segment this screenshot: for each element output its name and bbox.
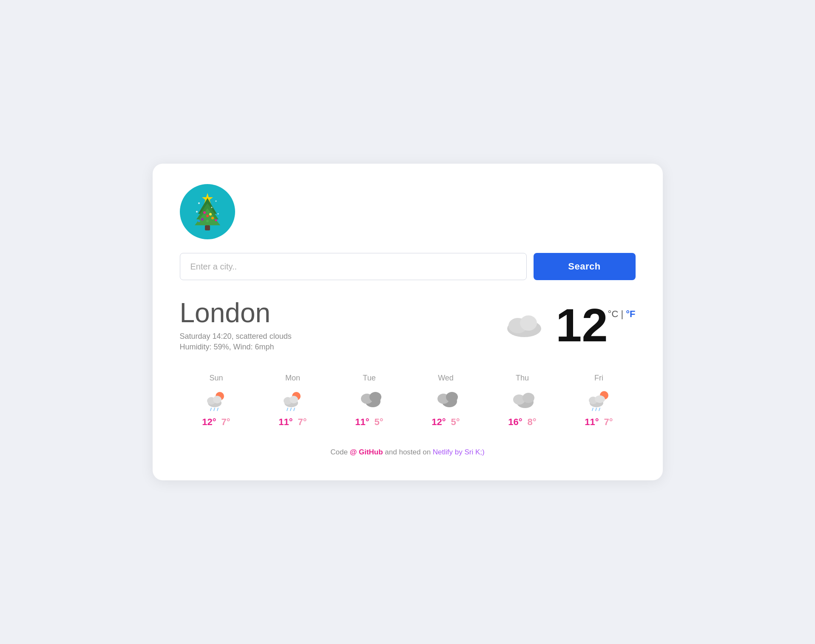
- forecast-day-sun: Sun 12° 7°: [180, 374, 253, 428]
- day-icon-wed: [433, 388, 459, 411]
- day-temps-wed: 12° 5°: [432, 417, 460, 428]
- forecast-row: Sun 12° 7°: [180, 374, 636, 428]
- weather-details: Humidity: 59%, Wind: 6mph: [180, 343, 292, 352]
- svg-point-17: [215, 219, 217, 221]
- forecast-day-mon: Mon 11° 7°: [256, 374, 329, 428]
- temp-high-tue: 11°: [355, 417, 369, 428]
- svg-line-49: [596, 408, 596, 411]
- temp-low-sun: 7°: [221, 417, 230, 428]
- temperature-display: 12 °C | °F: [556, 302, 635, 349]
- svg-point-8: [196, 211, 198, 213]
- netlify-link[interactable]: Netlify by Sri K;): [433, 448, 485, 456]
- day-label-thu: Thu: [516, 374, 529, 383]
- svg-point-11: [209, 213, 212, 216]
- temp-low-thu: 8°: [528, 417, 537, 428]
- current-weather-right: 12 °C | °F: [503, 302, 635, 349]
- svg-point-31: [290, 396, 298, 403]
- temp-high-thu: 16°: [508, 417, 522, 428]
- day-label-mon: Mon: [285, 374, 300, 383]
- svg-point-13: [201, 218, 204, 221]
- svg-point-24: [213, 396, 221, 403]
- svg-point-40: [446, 392, 458, 402]
- svg-point-43: [523, 393, 534, 403]
- temperature-value: 12: [556, 302, 608, 349]
- svg-point-16: [198, 220, 200, 222]
- day-icon-sun: [204, 388, 228, 411]
- svg-point-7: [211, 207, 212, 208]
- forecast-day-wed: Wed 12° 5°: [409, 374, 483, 428]
- day-temps-fri: 11° 7°: [585, 417, 613, 428]
- svg-point-9: [217, 213, 219, 215]
- svg-line-27: [217, 408, 218, 411]
- search-button[interactable]: Search: [534, 253, 636, 280]
- temp-high-fri: 11°: [585, 417, 599, 428]
- current-weather: London Saturday 14:20, scattered clouds …: [180, 297, 636, 353]
- svg-rect-4: [205, 225, 210, 230]
- svg-point-37: [369, 392, 381, 402]
- svg-point-14: [211, 217, 214, 219]
- svg-point-20: [520, 315, 537, 331]
- fahrenheit-unit[interactable]: °F: [626, 309, 635, 319]
- svg-line-50: [599, 408, 600, 411]
- svg-line-26: [214, 408, 215, 411]
- temperature-units: °C | °F: [608, 309, 636, 320]
- svg-point-10: [203, 211, 206, 214]
- temp-low-fri: 7°: [604, 417, 613, 428]
- temp-low-tue: 5°: [375, 417, 383, 428]
- temp-low-wed: 5°: [451, 417, 460, 428]
- cloud-icon: [503, 309, 545, 341]
- current-weather-left: London Saturday 14:20, scattered clouds …: [180, 297, 292, 353]
- city-name: London: [180, 297, 292, 329]
- temp-high-mon: 11°: [278, 417, 292, 428]
- day-temps-mon: 11° 7°: [278, 417, 307, 428]
- forecast-day-tue: Tue 11° 5°: [333, 374, 406, 428]
- footer-middle: and hosted on: [385, 448, 432, 456]
- temp-high-wed: 12°: [432, 417, 446, 428]
- svg-line-32: [287, 408, 288, 411]
- forecast-day-thu: Thu 16° 8°: [486, 374, 559, 428]
- svg-point-6: [215, 201, 216, 202]
- app-logo: [180, 184, 235, 239]
- svg-point-15: [206, 220, 209, 222]
- weather-datetime: Saturday 14:20, scattered clouds: [180, 332, 292, 341]
- footer-prefix: Code: [330, 448, 349, 456]
- day-icon-tue: [357, 388, 382, 411]
- search-row: Search: [180, 253, 636, 280]
- svg-point-5: [198, 202, 200, 204]
- day-icon-thu: [510, 388, 535, 411]
- svg-point-12: [206, 215, 209, 217]
- day-label-fri: Fri: [594, 374, 603, 383]
- footer: Code @ GitHub and hosted on Netlify by S…: [180, 448, 636, 457]
- main-card: Search London Saturday 14:20, scattered …: [153, 164, 663, 480]
- forecast-day-fri: Fri 11° 7°: [562, 374, 636, 428]
- temp-low-mon: 7°: [298, 417, 307, 428]
- day-icon-mon: [281, 388, 305, 411]
- day-label-wed: Wed: [438, 374, 454, 383]
- day-label-sun: Sun: [209, 374, 223, 383]
- city-search-input[interactable]: [180, 253, 527, 280]
- celsius-unit[interactable]: °C: [608, 309, 619, 319]
- day-icon-fri: [587, 388, 611, 411]
- svg-line-34: [294, 408, 295, 411]
- day-temps-tue: 11° 5°: [355, 417, 383, 428]
- temp-high-sun: 12°: [202, 417, 216, 428]
- svg-line-25: [210, 408, 211, 411]
- github-link[interactable]: @ GitHub: [350, 448, 383, 456]
- svg-point-47: [595, 395, 605, 403]
- day-temps-sun: 12° 7°: [202, 417, 230, 428]
- day-temps-thu: 16° 8°: [508, 417, 536, 428]
- day-label-tue: Tue: [363, 374, 375, 383]
- svg-line-33: [290, 408, 291, 411]
- svg-line-48: [592, 408, 593, 411]
